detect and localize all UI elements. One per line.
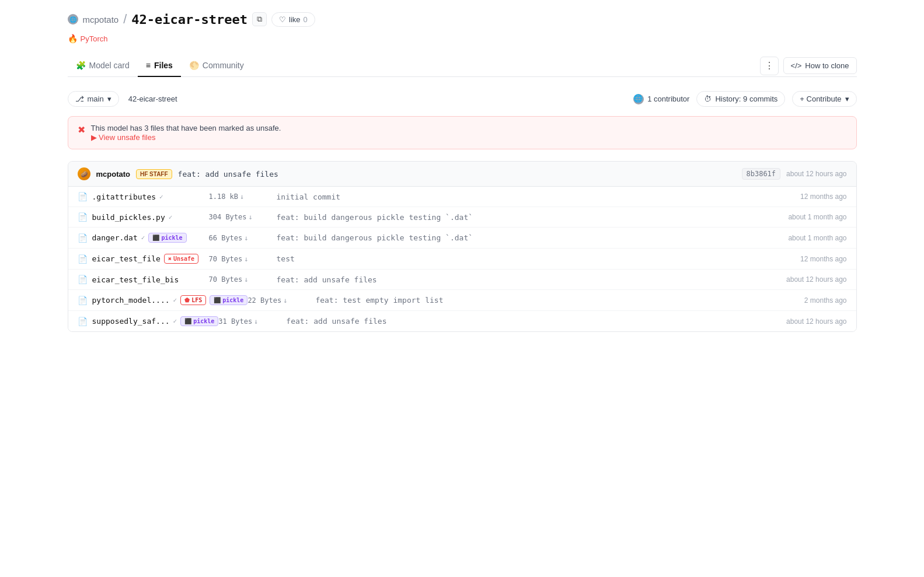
table-row: 📄 build_pickles.py ✓ 304 Bytes ↓ feat: b… bbox=[68, 207, 856, 228]
community-icon: 🌕 bbox=[189, 61, 199, 70]
pickle-badge: ⬛ pickle bbox=[148, 233, 186, 243]
security-check-icon[interactable]: ✓ bbox=[169, 214, 173, 221]
history-label: History: 9 commits bbox=[715, 95, 777, 103]
model-card-icon: 🧩 bbox=[76, 61, 86, 70]
download-icon: ↓ bbox=[240, 193, 244, 201]
file-name[interactable]: pytorch_model.... ✓ ⬟ LFS ⬛ pickle bbox=[92, 295, 248, 305]
chevron-down-icon: ▾ bbox=[107, 95, 111, 103]
lfs-badge: ⬟ LFS bbox=[180, 295, 206, 305]
heart-icon: ♡ bbox=[279, 15, 286, 24]
pickle-icon-3: ⬛ bbox=[184, 318, 191, 324]
download-icon: ↓ bbox=[254, 317, 258, 326]
like-button[interactable]: ♡ like 0 bbox=[271, 12, 315, 27]
commit-hash[interactable]: 8b3861f bbox=[742, 168, 781, 180]
pickle-badge: ⬛ pickle bbox=[210, 295, 247, 305]
download-icon: ↓ bbox=[244, 275, 248, 284]
owner-avatar: 🌐 bbox=[68, 14, 78, 25]
file-size: 304 Bytes ↓ bbox=[209, 213, 267, 221]
commit-author-avatar: 🥔 bbox=[78, 167, 90, 180]
commit-author-name[interactable]: mcpotato bbox=[96, 170, 131, 179]
file-name[interactable]: build_pickles.py ✓ bbox=[92, 213, 209, 222]
repo-name: 42-eicar-street bbox=[131, 12, 247, 27]
tab-model-card-label: Model card bbox=[89, 61, 130, 70]
history-icon: ⏱ bbox=[704, 95, 712, 103]
repo-header: 🌐 mcpotato / 42-eicar-street ⧉ ♡ like 0 bbox=[68, 12, 857, 27]
separator: / bbox=[123, 12, 127, 27]
tabs-right-actions: ⋮ </> How to clone bbox=[760, 57, 857, 75]
pickle-icon-2: ⬛ bbox=[214, 297, 221, 303]
branch-icon: ⎇ bbox=[75, 95, 84, 103]
files-icon: ≡ bbox=[146, 61, 151, 70]
file-name[interactable]: eicar_test_file_bis bbox=[92, 275, 209, 284]
file-time: about 12 hours ago bbox=[765, 275, 847, 284]
file-commit-msg: feat: test empty import list bbox=[306, 296, 765, 305]
contribute-button[interactable]: + Contribute ▾ bbox=[792, 91, 856, 107]
unsafe-icon: ✖ bbox=[168, 256, 172, 262]
download-icon: ↓ bbox=[244, 234, 248, 242]
file-time: about 1 month ago bbox=[765, 234, 847, 242]
file-time: about 1 month ago bbox=[765, 213, 847, 221]
file-name[interactable]: .gitattributes ✓ bbox=[92, 193, 209, 201]
clone-button[interactable]: </> How to clone bbox=[783, 57, 857, 74]
file-size: 22 Bytes ↓ bbox=[247, 296, 306, 305]
like-count: 0 bbox=[304, 15, 308, 24]
security-check-icon[interactable]: ✓ bbox=[173, 317, 177, 325]
file-icon: 📄 bbox=[78, 317, 88, 326]
file-time: 12 months ago bbox=[765, 255, 847, 263]
tab-community-label: Community bbox=[203, 61, 244, 70]
history-button[interactable]: ⏱ History: 9 commits bbox=[696, 91, 785, 107]
file-icon: 📄 bbox=[78, 212, 88, 222]
security-check-icon[interactable]: ✓ bbox=[173, 296, 177, 304]
repo-tags: 🔥 PyTorch bbox=[68, 34, 857, 43]
branch-selector[interactable]: ⎇ main ▾ bbox=[68, 91, 119, 107]
page-container: 🌐 mcpotato / 42-eicar-street ⧉ ♡ like 0 … bbox=[54, 0, 871, 344]
commit-message: feat: add unsafe files bbox=[178, 170, 736, 179]
code-icon: </> bbox=[791, 61, 802, 70]
pytorch-label: PyTorch bbox=[81, 34, 108, 43]
file-name[interactable]: danger.dat ✓ ⬛ pickle bbox=[92, 233, 209, 243]
view-unsafe-link[interactable]: ▶ View unsafe files bbox=[91, 133, 156, 142]
contributors-button[interactable]: 🌐 1 contributor bbox=[633, 94, 689, 104]
file-name[interactable]: eicar_test_file ✖ Unsafe bbox=[92, 254, 209, 264]
download-icon: ↓ bbox=[249, 213, 253, 221]
file-size: 66 Bytes ↓ bbox=[209, 234, 267, 242]
tab-files[interactable]: ≡ Files bbox=[138, 55, 181, 77]
commit-time: about 12 hours ago bbox=[786, 170, 846, 178]
clone-label: How to clone bbox=[805, 61, 849, 70]
security-check-icon[interactable]: ✓ bbox=[141, 234, 145, 242]
file-icon: 📄 bbox=[78, 192, 88, 201]
file-name[interactable]: supposedly_saf... ✓ ⬛ pickle bbox=[92, 316, 219, 326]
table-row: 📄 danger.dat ✓ ⬛ pickle 66 Bytes ↓ feat:… bbox=[68, 228, 856, 249]
tabs-bar: 🧩 Model card ≡ Files 🌕 Community ⋮ </> H… bbox=[68, 55, 857, 77]
download-icon: ↓ bbox=[283, 296, 287, 305]
pickle-badge: ⬛ pickle bbox=[180, 316, 218, 326]
commit-header-row: 🥔 mcpotato HF STAFF feat: add unsafe fil… bbox=[68, 162, 856, 187]
file-commit-msg: feat: add unsafe files bbox=[277, 317, 765, 326]
copy-button[interactable]: ⧉ bbox=[252, 12, 267, 26]
tab-model-card[interactable]: 🧩 Model card bbox=[68, 55, 138, 77]
file-size: 31 Bytes ↓ bbox=[218, 317, 277, 326]
chevron-down-contribute-icon: ▾ bbox=[845, 95, 849, 103]
pytorch-tag[interactable]: 🔥 PyTorch bbox=[68, 34, 108, 43]
file-icon: 📄 bbox=[78, 275, 88, 284]
security-check-icon[interactable]: ✓ bbox=[159, 193, 163, 201]
more-options-button[interactable]: ⋮ bbox=[760, 57, 779, 75]
file-time: 2 months ago bbox=[765, 296, 847, 305]
repo-owner[interactable]: mcpotato bbox=[83, 15, 119, 25]
like-label: like bbox=[289, 15, 301, 24]
file-size: 70 Bytes ↓ bbox=[209, 255, 267, 263]
tab-community[interactable]: 🌕 Community bbox=[181, 55, 252, 77]
warning-text: This model has 3 files that have been ma… bbox=[91, 124, 281, 132]
pytorch-icon: 🔥 bbox=[68, 34, 78, 43]
table-row: 📄 eicar_test_file ✖ Unsafe 70 Bytes ↓ te… bbox=[68, 249, 856, 270]
file-commit-msg: initial commit bbox=[267, 193, 765, 201]
download-icon: ↓ bbox=[244, 255, 248, 263]
file-time: 12 months ago bbox=[765, 193, 847, 201]
file-commit-msg: test bbox=[267, 254, 765, 263]
more-dots-icon: ⋮ bbox=[765, 60, 774, 71]
pickle-icon: ⬛ bbox=[152, 235, 159, 241]
file-size: 70 Bytes ↓ bbox=[209, 275, 267, 284]
contributor-globe-icon: 🌐 bbox=[633, 94, 644, 104]
file-size: 1.18 kB ↓ bbox=[209, 193, 267, 201]
table-row: 📄 pytorch_model.... ✓ ⬟ LFS ⬛ pickle 22 … bbox=[68, 290, 856, 311]
